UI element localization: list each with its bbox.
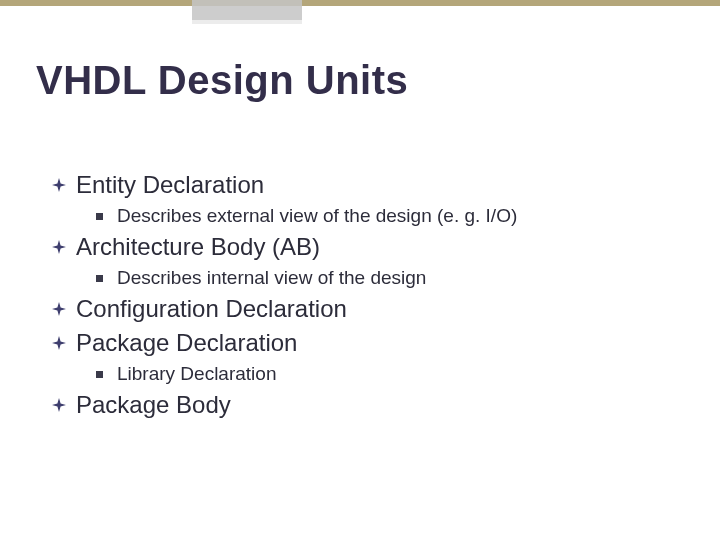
- list-item-label: Architecture Body (AB): [76, 233, 320, 261]
- list-item-label: Package Declaration: [76, 329, 297, 357]
- sub-list-item-label: Describes external view of the design (e…: [117, 205, 517, 227]
- star-bullet-icon: [52, 302, 66, 316]
- list-item-label: Configuration Declaration: [76, 295, 347, 323]
- decorative-shadow-box-edge: [192, 20, 302, 24]
- list-item-label: Entity Declaration: [76, 171, 264, 199]
- content-body: Entity Declaration Describes external vi…: [52, 165, 690, 421]
- decorative-top-bar: [0, 0, 720, 6]
- slide: VHDL Design Units Entity Declaration Des…: [0, 0, 720, 540]
- list-item: Package Body: [52, 391, 690, 419]
- star-bullet-icon: [52, 336, 66, 350]
- sub-list-item: Library Declaration: [96, 363, 690, 385]
- sub-list-item: Describes internal view of the design: [96, 267, 690, 289]
- decorative-shadow-box: [192, 0, 302, 20]
- list-item: Architecture Body (AB): [52, 233, 690, 261]
- list-item: Package Declaration: [52, 329, 690, 357]
- sub-list-item-label: Describes internal view of the design: [117, 267, 426, 289]
- sub-list-item-label: Library Declaration: [117, 363, 276, 385]
- square-bullet-icon: [96, 275, 103, 282]
- page-title: VHDL Design Units: [36, 58, 408, 103]
- list-item-label: Package Body: [76, 391, 231, 419]
- list-item: Entity Declaration: [52, 171, 690, 199]
- list-item: Configuration Declaration: [52, 295, 690, 323]
- square-bullet-icon: [96, 371, 103, 378]
- star-bullet-icon: [52, 240, 66, 254]
- sub-list-item: Describes external view of the design (e…: [96, 205, 690, 227]
- star-bullet-icon: [52, 178, 66, 192]
- star-bullet-icon: [52, 398, 66, 412]
- square-bullet-icon: [96, 213, 103, 220]
